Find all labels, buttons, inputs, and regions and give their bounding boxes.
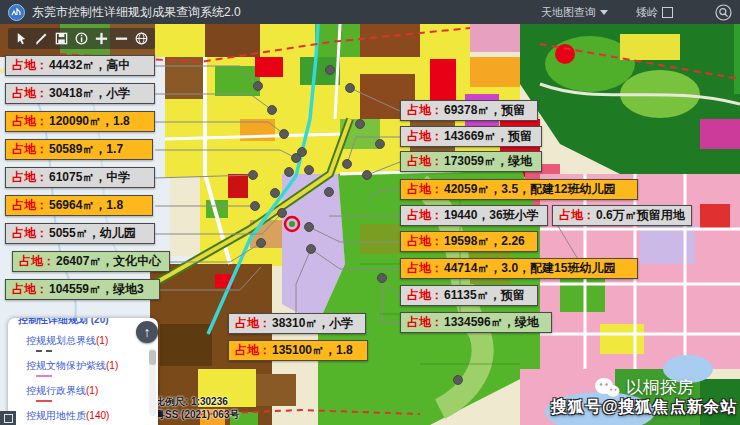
area-label: 占地：50589㎡，1.7 bbox=[5, 139, 153, 160]
area-label-value: 173059㎡，绿地 bbox=[444, 153, 532, 170]
area-label: 占地：143669㎡，预留 bbox=[400, 126, 542, 147]
info-icon[interactable] bbox=[74, 31, 89, 46]
area-label: 占地：1334596㎡，绿地 bbox=[400, 312, 552, 333]
area-label-value: 19598㎡，2.26 bbox=[444, 233, 525, 250]
area-label-prefix: 占地： bbox=[407, 207, 443, 224]
measure-pencil-icon[interactable] bbox=[34, 31, 49, 46]
tianditu-query-label: 天地图查询 bbox=[541, 5, 596, 20]
area-label-prefix: 占地： bbox=[407, 287, 443, 304]
select-cursor-icon[interactable] bbox=[14, 31, 29, 46]
app-logo-icon bbox=[8, 4, 25, 21]
area-label: 占地：38310㎡，小学 bbox=[228, 313, 366, 334]
area-label-value: 120090㎡，1.8 bbox=[49, 113, 130, 130]
area-label-prefix: 占地： bbox=[407, 181, 443, 198]
area-label: 占地：135100㎡，1.8 bbox=[228, 340, 368, 361]
location-box-icon bbox=[662, 7, 673, 18]
layer-swatch-dashed-line bbox=[36, 350, 52, 352]
area-label-value: 61135㎡，预留 bbox=[444, 287, 525, 304]
page-title: 东莞市控制性详细规划成果查询系统2.0 bbox=[32, 4, 241, 21]
caret-down-icon bbox=[600, 10, 608, 15]
area-label-value: 5055㎡，幼儿园 bbox=[49, 225, 136, 242]
panel-scrollbar[interactable] bbox=[149, 348, 156, 416]
area-label-prefix: 占地： bbox=[235, 315, 271, 332]
app-window: 东莞市控制性详细规划成果查询系统2.0 天地图查询 矮岭 bbox=[0, 0, 740, 425]
top-bar: 东莞市控制性详细规划成果查询系统2.0 天地图查询 矮岭 bbox=[0, 0, 740, 24]
map-area: 占地：44432㎡，高中 占地：30418㎡，小学 占地：120090㎡，1.8… bbox=[0, 24, 740, 425]
location-label: 矮岭 bbox=[636, 5, 658, 20]
sohu-watermark: 搜狐号@搜狐焦点新余站 bbox=[551, 397, 738, 418]
wechat-icon bbox=[594, 377, 620, 399]
area-label: 占地：5055㎡，幼儿园 bbox=[5, 223, 155, 244]
area-label: 占地：26407㎡，文化中心 bbox=[12, 251, 170, 272]
area-label-value: 61075㎡，中学 bbox=[49, 169, 130, 186]
tianditu-query-menu[interactable]: 天地图查询 bbox=[541, 5, 608, 20]
area-label-prefix: 占地： bbox=[12, 197, 48, 214]
area-label-prefix: 占地： bbox=[407, 260, 443, 277]
area-label-prefix: 占地： bbox=[19, 253, 55, 270]
location-menu[interactable]: 矮岭 bbox=[636, 5, 673, 20]
layers-panel-header: 控制性详细规划 (20) bbox=[18, 318, 148, 327]
area-label-prefix: 占地： bbox=[12, 225, 48, 242]
layer-item-admin[interactable]: 控规行政界线(1) bbox=[26, 384, 148, 398]
basemap-globe-icon[interactable] bbox=[134, 31, 149, 46]
area-label: 占地：69378㎡，预留 bbox=[400, 100, 538, 121]
area-label-prefix: 占地： bbox=[12, 57, 48, 74]
area-label-value: 19440，36班小学 bbox=[444, 207, 539, 224]
area-label-value: 26407㎡，文化中心 bbox=[56, 253, 161, 270]
area-label: 占地：61135㎡，预留 bbox=[400, 285, 538, 306]
zoom-out-icon[interactable] bbox=[114, 31, 129, 46]
area-label-prefix: 占地： bbox=[407, 153, 443, 170]
layer-swatch-red-line bbox=[36, 400, 52, 402]
area-label-value: 0.6万㎡预留用地 bbox=[596, 207, 685, 224]
area-label-prefix: 占地： bbox=[407, 233, 443, 250]
area-label: 占地：61075㎡，中学 bbox=[5, 167, 155, 188]
area-label: 占地：19598㎡，2.26 bbox=[400, 231, 538, 252]
area-label-value: 44432㎡，高中 bbox=[49, 57, 130, 74]
area-label: 占地：44714㎡，3.0，配建15班幼儿园 bbox=[400, 258, 638, 279]
scale-ratio: 比例尺: 1:30236 bbox=[155, 395, 240, 408]
area-label-value: 135100㎡，1.8 bbox=[272, 342, 353, 359]
area-label-value: 38310㎡，小学 bbox=[272, 315, 353, 332]
area-label: 占地：56964㎡，1.8 bbox=[5, 195, 153, 216]
area-label: 占地：0.6万㎡预留用地 bbox=[552, 205, 692, 226]
scroll-to-top-button[interactable]: ↑ bbox=[136, 321, 158, 343]
scale-license: 粤SS (2021) 063号 bbox=[155, 408, 240, 421]
area-label-value: 50589㎡，1.7 bbox=[49, 141, 123, 158]
area-label: 占地：42059㎡，3.5，配建12班幼儿园 bbox=[400, 179, 638, 200]
area-label: 占地：19440，36班小学 bbox=[400, 205, 548, 226]
zoom-in-icon[interactable] bbox=[94, 31, 109, 46]
area-label-value: 69378㎡，预留 bbox=[444, 102, 525, 119]
layer-item-heritage[interactable]: 控规文物保护紫线(1) bbox=[26, 359, 148, 373]
area-label-prefix: 占地： bbox=[407, 102, 443, 119]
area-label-prefix: 占地： bbox=[559, 207, 595, 224]
area-label-prefix: 占地： bbox=[12, 85, 48, 102]
area-label: 占地：30418㎡，小学 bbox=[5, 83, 155, 104]
area-label-value: 42059㎡，3.5，配建12班幼儿园 bbox=[444, 181, 615, 198]
area-label: 占地：44432㎡，高中 bbox=[5, 55, 155, 76]
layer-item-landuse[interactable]: 控规用地性质(140) bbox=[26, 409, 148, 423]
panel-scrollbar-thumb[interactable] bbox=[149, 350, 156, 365]
map-toolbar bbox=[8, 28, 155, 49]
search-icon[interactable] bbox=[715, 4, 732, 21]
area-label-value: 56964㎡，1.8 bbox=[49, 197, 123, 214]
area-label-prefix: 占地： bbox=[407, 314, 443, 331]
brand-watermark-text: 以桐探房 bbox=[626, 376, 694, 399]
area-label: 占地：120090㎡，1.8 bbox=[5, 111, 155, 132]
brand-watermark: 以桐探房 bbox=[594, 376, 694, 399]
area-label-prefix: 占地： bbox=[12, 113, 48, 130]
area-label: 占地：173059㎡，绿地 bbox=[400, 151, 542, 172]
save-disk-icon[interactable] bbox=[54, 31, 69, 46]
area-label-value: 30418㎡，小学 bbox=[49, 85, 130, 102]
area-label-value: 104559㎡，绿地3 bbox=[49, 281, 144, 298]
legend-collapse-button[interactable] bbox=[0, 411, 16, 425]
area-label-prefix: 占地： bbox=[12, 281, 48, 298]
area-label-value: 44714㎡，3.0，配建15班幼儿园 bbox=[444, 260, 615, 277]
map-scale: 比例尺: 1:30236 粤SS (2021) 063号 bbox=[155, 395, 240, 421]
area-label-value: 143669㎡，预留 bbox=[444, 128, 532, 145]
layer-swatch-pink-line bbox=[36, 375, 52, 377]
area-label-prefix: 占地： bbox=[407, 128, 443, 145]
area-label-value: 1334596㎡，绿地 bbox=[444, 314, 539, 331]
area-label-prefix: 占地： bbox=[235, 342, 271, 359]
layer-item-boundary[interactable]: 控规规划总界线(1) bbox=[26, 334, 148, 348]
collapse-icon bbox=[4, 414, 13, 423]
